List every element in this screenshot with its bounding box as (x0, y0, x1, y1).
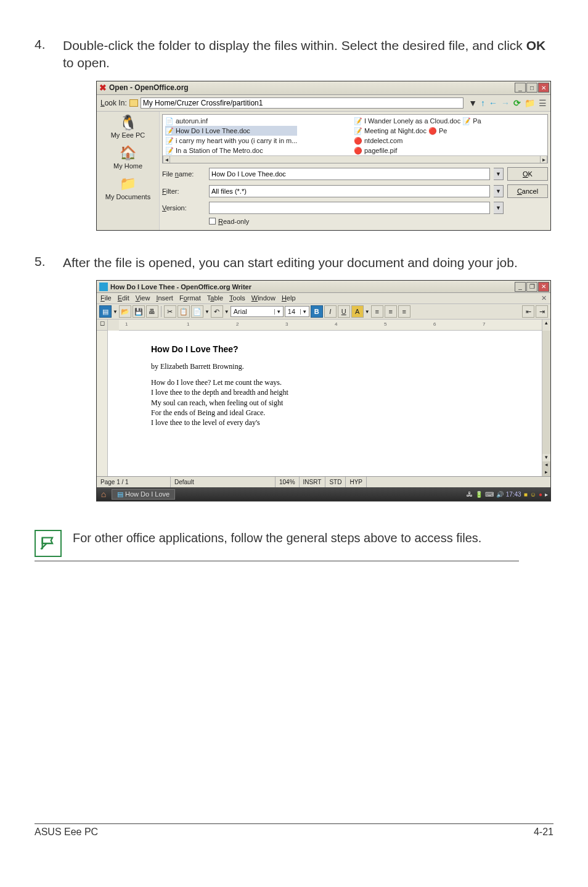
step-text: Double-click the folder to display the f… (63, 37, 553, 72)
menu-help[interactable]: Help (282, 294, 296, 302)
underline-icon[interactable]: U (338, 305, 350, 318)
tray-yellow-icon[interactable]: ■ (524, 491, 528, 498)
minimize-button[interactable]: _ (515, 282, 526, 292)
status-std[interactable]: STD (325, 477, 346, 487)
restore-button[interactable]: ❐ (526, 282, 537, 292)
menu-window[interactable]: Window (251, 294, 276, 302)
doc-close-icon[interactable]: ✕ (541, 294, 547, 302)
print-icon[interactable]: 🖶 (146, 305, 158, 318)
align-right-icon[interactable]: ≡ (398, 305, 410, 318)
minimize-button[interactable]: _ (515, 83, 526, 93)
file-item[interactable]: 📝In a Station of The Metro.doc (165, 146, 297, 155)
file-item[interactable]: 📄autorun.inf (165, 116, 297, 126)
scroll-up-icon[interactable]: ▴ (542, 320, 550, 331)
tray-smiley-icon[interactable]: ☺ (530, 491, 536, 498)
file-list[interactable]: 📄autorun.inf 📝How Do I Love Thee.doc 📝i … (162, 114, 548, 163)
menu-table[interactable]: Table (207, 294, 223, 302)
vertical-ruler[interactable] (97, 331, 108, 476)
new-doc-icon[interactable]: ▤ (99, 305, 112, 318)
status-hyp[interactable]: HYP (346, 477, 367, 487)
system-file-icon: 🔴 (354, 146, 362, 155)
lookin-input[interactable] (141, 97, 463, 109)
doc-icon: 📝 (165, 146, 174, 155)
forward-icon[interactable]: → (501, 98, 510, 108)
writer-small-icon: ▤ (117, 490, 123, 498)
menu-file[interactable]: File (100, 294, 112, 302)
menu-insert[interactable]: Insert (156, 294, 173, 302)
version-combo[interactable] (209, 202, 490, 214)
place-myhome[interactable]: 🏠 My Home (100, 145, 155, 170)
doc-author: by Elizabeth Barrett Browning. (151, 361, 499, 371)
file-item[interactable]: 📝I Wander Lonely as a Cloud.doc 📝 Pa (354, 116, 481, 126)
vertical-scrollbar[interactable]: ▾◂▸ (542, 331, 550, 476)
ok-button[interactable]: OK (507, 167, 548, 181)
increase-indent-icon[interactable]: ⇥ (536, 305, 548, 318)
tray-clock[interactable]: 17:43 (506, 491, 521, 498)
up-one-level-icon[interactable]: ↑ (481, 98, 485, 108)
horizontal-ruler[interactable]: 11234567 (119, 320, 542, 331)
maximize-button[interactable]: □ (526, 83, 537, 93)
version-dropdown-icon[interactable]: ▼ (494, 202, 504, 214)
tray-keyboard-icon[interactable]: ⌨ (485, 491, 494, 498)
file-item[interactable]: 📝Meeting at Night.doc 🔴 Pe (354, 126, 481, 136)
tray-show-desktop-icon[interactable]: ▸ (545, 491, 548, 498)
filename-input[interactable] (209, 168, 490, 180)
horizontal-scrollbar[interactable]: ◂▸ (163, 155, 547, 163)
filename-dropdown-icon[interactable]: ▼ (494, 168, 504, 180)
menu-edit[interactable]: Edit (118, 294, 129, 302)
status-zoom[interactable]: 104% (276, 477, 300, 487)
status-bar: Page 1 / 1 Default 104% INSRT STD HYP (97, 476, 550, 487)
align-left-icon[interactable]: ≡ (371, 305, 383, 318)
cut-icon[interactable]: ✂ (164, 305, 176, 318)
place-mydocs[interactable]: 📁 My Documents (100, 176, 155, 200)
highlight-icon[interactable]: A (351, 305, 364, 318)
home-button-icon[interactable]: ⌂ (97, 489, 110, 499)
refresh-icon[interactable]: ⟳ (513, 98, 521, 108)
file-item[interactable]: 🔴pagefile.pif (354, 146, 481, 155)
home-icon: 🏠 (100, 145, 155, 161)
folder-large-icon: 📁 (100, 176, 155, 192)
cancel-button[interactable]: Cancel (507, 184, 548, 198)
new-folder-icon[interactable]: 📁 (525, 98, 535, 108)
file-item[interactable]: 📝i carry my heart with you (i carry it i… (165, 136, 297, 146)
menubar: File Edit View Insert Format Table Tools… (97, 293, 550, 304)
menu-tools[interactable]: Tools (229, 294, 245, 302)
filter-combo[interactable] (209, 185, 490, 197)
font-size-combo[interactable]: 14▼ (285, 306, 309, 317)
taskbar-item[interactable]: ▤ How Do I Love (112, 489, 175, 500)
dropdown-icon[interactable]: ▼ (468, 98, 477, 108)
italic-icon[interactable]: I (324, 305, 337, 318)
document-area[interactable]: How Do I Love Thee? by Elizabeth Barrett… (108, 331, 542, 476)
bold-icon[interactable]: B (311, 305, 323, 318)
back-icon[interactable]: ← (489, 98, 497, 108)
penguin-icon: 🐧 (100, 115, 155, 130)
footer-right: 4-21 (534, 827, 553, 838)
readonly-checkbox[interactable] (209, 218, 216, 225)
file-icon: 📄 (165, 116, 174, 126)
menu-view[interactable]: View (136, 294, 150, 302)
menu-format[interactable]: Format (179, 294, 201, 302)
status-insrt[interactable]: INSRT (300, 477, 326, 487)
font-name-combo[interactable]: Arial▼ (231, 306, 284, 317)
tray-battery-icon[interactable]: 🔋 (475, 491, 483, 498)
list-view-icon[interactable]: ☰ (539, 98, 547, 108)
open-dialog-window: ✖ Open - OpenOffice.org _ □ ✕ Look In: ▼… (96, 81, 551, 231)
undo-icon[interactable]: ↶ (211, 305, 223, 318)
tray-red-icon[interactable]: ● (539, 491, 542, 498)
paste-icon[interactable]: 📄 (191, 305, 203, 318)
align-center-icon[interactable]: ≡ (385, 305, 397, 318)
filter-dropdown-icon[interactable]: ▼ (494, 185, 504, 197)
close-button[interactable]: ✕ (538, 282, 549, 292)
close-button[interactable]: ✕ (538, 83, 549, 93)
doc-line: For the ends of Being and ideal Grace. (151, 408, 265, 417)
file-item[interactable]: 📝How Do I Love Thee.doc (165, 126, 297, 136)
note-block: For other office applications, follow th… (35, 530, 519, 561)
save-icon[interactable]: 💾 (133, 305, 145, 318)
decrease-indent-icon[interactable]: ⇤ (522, 305, 534, 318)
tray-network-icon[interactable]: 🖧 (467, 491, 473, 498)
tray-volume-icon[interactable]: 🔊 (496, 491, 504, 498)
file-item[interactable]: 🔴ntdelect.com (354, 136, 481, 146)
open-icon[interactable]: 📂 (119, 305, 131, 318)
place-eeepc[interactable]: 🐧 My Eee PC (100, 115, 155, 139)
copy-icon[interactable]: 📋 (178, 305, 190, 318)
